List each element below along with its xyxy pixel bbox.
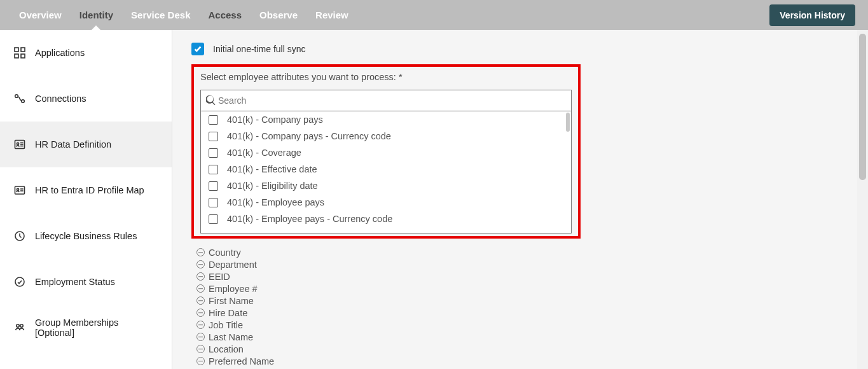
initial-sync-checkbox[interactable] xyxy=(191,43,204,55)
hr-data-icon xyxy=(14,139,25,150)
sidebar-item-label: Employment Status xyxy=(35,277,115,287)
version-history-button[interactable]: Version History xyxy=(769,4,855,26)
attribute-options-list[interactable]: 401(k) - Company pays 401(k) - Company p… xyxy=(200,111,572,233)
remove-icon[interactable] xyxy=(196,333,205,341)
selected-attributes-list: Country Department EEID Employee # First… xyxy=(196,246,849,367)
selected-attr: Location xyxy=(196,343,849,355)
svg-rect-3 xyxy=(21,54,25,58)
remove-icon[interactable] xyxy=(196,357,205,365)
attribute-search-input[interactable] xyxy=(218,95,566,106)
selected-attr-label: Job Title xyxy=(209,320,243,330)
sidebar-item-label: HR to Entra ID Profile Map xyxy=(35,185,144,195)
svg-rect-0 xyxy=(15,48,18,52)
selected-attr-label: Department xyxy=(209,260,257,270)
svg-point-17 xyxy=(17,324,19,327)
selected-attr-label: Location xyxy=(209,344,244,354)
selected-attr-label: Preferred Name xyxy=(209,356,274,366)
tab-identity[interactable]: Identity xyxy=(79,0,113,30)
svg-rect-11 xyxy=(15,186,25,194)
search-icon xyxy=(206,95,218,107)
attr-option-label: 401(k) - Company pays - Currency code xyxy=(227,131,391,141)
attr-option-label: 401(k) - Coverage xyxy=(227,148,301,158)
connections-icon xyxy=(14,93,25,104)
selected-attr-label: EEID xyxy=(209,272,230,282)
attr-option[interactable]: 401(k) - Eligibility date xyxy=(201,178,571,194)
selected-attr-label: Country xyxy=(209,247,241,258)
sidebar-item-connections[interactable]: Connections xyxy=(0,76,172,122)
attr-option[interactable]: 401(k) - Effective date xyxy=(201,161,571,178)
sidebar-item-group-memberships[interactable]: Group Memberships [Optional] xyxy=(0,305,172,351)
attr-option-label: 401(k) - Eligibility date xyxy=(227,181,318,191)
attr-option[interactable]: 401(k) - Company pays xyxy=(201,111,571,128)
attr-option[interactable]: 401(k) - Company pays - Currency code xyxy=(201,128,571,144)
attr-option[interactable]: 401(k) - Coverage xyxy=(201,144,571,161)
checkbox-empty[interactable] xyxy=(209,214,218,224)
checkbox-empty[interactable] xyxy=(209,165,218,174)
selected-attr-label: First Name xyxy=(209,296,254,306)
remove-icon[interactable] xyxy=(196,272,205,281)
sidebar-item-employment-status[interactable]: Employment Status xyxy=(0,259,172,305)
tab-overview[interactable]: Overview xyxy=(19,0,62,30)
checkbox-empty[interactable] xyxy=(209,148,218,158)
page-scrollbar[interactable] xyxy=(857,30,868,369)
tab-review[interactable]: Review xyxy=(315,0,348,30)
attr-option-label: 401(k) - Effective date xyxy=(227,164,317,174)
apps-icon xyxy=(14,47,25,59)
attribute-selector-highlight: Select employee attributes you want to p… xyxy=(191,64,581,239)
sidebar-item-label: Connections xyxy=(35,94,86,104)
selected-attr: Job Title xyxy=(196,319,849,331)
selected-attr: Department xyxy=(196,258,849,270)
tab-service-desk[interactable]: Service Desk xyxy=(131,0,190,30)
svg-rect-2 xyxy=(15,54,18,58)
remove-icon[interactable] xyxy=(196,309,205,317)
attr-option-label: 401(k) - Employee pays - Currency code xyxy=(227,214,392,224)
remove-icon[interactable] xyxy=(196,260,205,268)
remove-icon[interactable] xyxy=(196,248,205,256)
attr-option-label: 401(k) - Company pays xyxy=(227,115,323,125)
sidebar-item-profile-map[interactable]: HR to Entra ID Profile Map xyxy=(0,167,172,213)
page-scrollbar-thumb[interactable] xyxy=(859,34,866,180)
remove-icon[interactable] xyxy=(196,321,205,329)
remove-icon[interactable] xyxy=(196,284,205,293)
svg-point-5 xyxy=(22,100,25,103)
initial-sync-label: Initial one-time full sync xyxy=(213,44,306,54)
employment-status-icon xyxy=(14,276,25,288)
tab-observe[interactable]: Observe xyxy=(259,0,298,30)
checkbox-empty[interactable] xyxy=(209,198,218,207)
remove-icon[interactable] xyxy=(196,296,205,305)
initial-sync-row: Initial one-time full sync xyxy=(191,43,849,55)
sidebar-item-hr-data-definition[interactable]: HR Data Definition xyxy=(0,122,172,167)
selected-attr: First Name xyxy=(196,295,849,307)
sidebar-item-label: Applications xyxy=(35,48,85,58)
svg-point-12 xyxy=(17,188,18,190)
sidebar-item-applications[interactable]: Applications xyxy=(0,30,172,76)
scrollbar-thumb[interactable] xyxy=(566,113,570,132)
top-nav: Overview Identity Service Desk Access Ob… xyxy=(0,0,868,30)
tab-access[interactable]: Access xyxy=(208,0,242,30)
svg-rect-1 xyxy=(21,48,25,52)
sidebar-item-label: Lifecycle Business Rules xyxy=(35,231,137,241)
attribute-search[interactable] xyxy=(200,90,572,111)
checkbox-empty[interactable] xyxy=(209,181,218,191)
attr-option[interactable]: 401(k) - Employee pays xyxy=(201,194,571,211)
selected-attr: Preferred Name xyxy=(196,355,849,367)
selected-attr: Last Name xyxy=(196,331,849,343)
attr-option-label: 401(k) - Employee pays xyxy=(227,197,324,207)
attr-option[interactable]: 401(k) - Employee pays - Currency code xyxy=(201,211,571,227)
svg-point-18 xyxy=(20,324,23,327)
sidebar-item-lifecycle-rules[interactable]: Lifecycle Business Rules xyxy=(0,213,172,259)
checkbox-empty[interactable] xyxy=(209,115,218,125)
attribute-prompt: Select employee attributes you want to p… xyxy=(200,72,572,82)
lifecycle-icon xyxy=(14,230,25,242)
checkbox-empty[interactable] xyxy=(209,132,218,141)
nav-tabs: Overview Identity Service Desk Access Ob… xyxy=(19,0,348,30)
sidebar-item-label: Group Memberships [Optional] xyxy=(35,317,158,338)
remove-icon[interactable] xyxy=(196,345,205,353)
selected-attr: Hire Date xyxy=(196,307,849,319)
selected-attr: EEID xyxy=(196,270,849,282)
svg-point-7 xyxy=(17,143,18,144)
selected-attr: Country xyxy=(196,246,849,258)
sidebar: Applications Connections HR Data Definit… xyxy=(0,30,172,369)
main-content: Initial one-time full sync Select employ… xyxy=(172,30,868,369)
selected-attr-label: Employee # xyxy=(209,284,258,294)
